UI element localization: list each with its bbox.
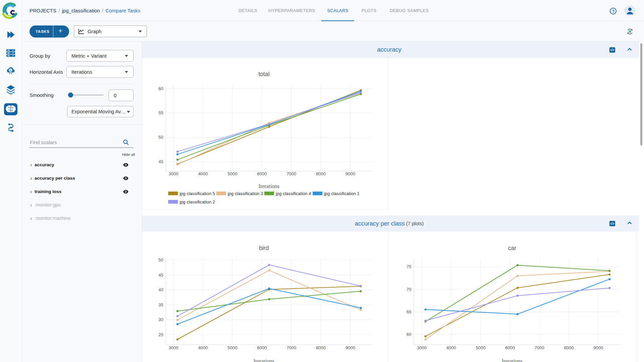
svg-text:7000: 7000: [286, 171, 296, 176]
svg-text:50: 50: [159, 257, 163, 262]
svg-text:car: car: [508, 245, 516, 251]
svg-text:3000: 3000: [417, 345, 427, 350]
svg-text:7000: 7000: [535, 345, 544, 350]
svg-text:5000: 5000: [228, 171, 237, 176]
svg-text:9000: 9000: [593, 345, 603, 350]
svg-text:jpg classification 2: jpg classification 2: [179, 199, 215, 204]
svg-text:65: 65: [407, 309, 411, 314]
svg-text:Iterations: Iterations: [254, 358, 274, 362]
svg-text:Iterations: Iterations: [502, 358, 523, 362]
svg-text:25: 25: [159, 332, 163, 337]
svg-text:8000: 8000: [316, 345, 326, 350]
svg-text:3000: 3000: [169, 171, 178, 176]
svg-text:6000: 6000: [257, 345, 267, 350]
svg-text:4000: 4000: [198, 171, 208, 176]
svg-text:3000: 3000: [169, 345, 178, 350]
svg-text:30: 30: [159, 317, 163, 322]
svg-text:jpg classification 1: jpg classification 1: [324, 191, 359, 196]
svg-text:jpg classification 3: jpg classification 3: [227, 191, 263, 196]
svg-text:jpg classification 5: jpg classification 5: [179, 191, 215, 196]
svg-text:4000: 4000: [198, 345, 208, 350]
svg-text:45: 45: [159, 273, 163, 278]
svg-text:8000: 8000: [564, 345, 574, 350]
svg-text:Iterations: Iterations: [259, 183, 279, 189]
svg-text:55: 55: [159, 110, 163, 115]
svg-text:4000: 4000: [446, 345, 456, 350]
svg-text:60: 60: [407, 332, 411, 337]
svg-text:70: 70: [407, 287, 411, 292]
svg-text:8000: 8000: [316, 171, 326, 176]
svg-text:45: 45: [159, 159, 163, 164]
svg-text:bird: bird: [259, 245, 269, 251]
svg-text:6000: 6000: [257, 171, 267, 176]
svg-text:7000: 7000: [286, 345, 296, 350]
svg-text:50: 50: [159, 135, 163, 140]
svg-text:jpg classification 4: jpg classification 4: [275, 191, 311, 196]
svg-text:60: 60: [159, 86, 163, 91]
svg-text:6000: 6000: [505, 345, 515, 350]
svg-text:5000: 5000: [476, 345, 485, 350]
svg-text:9000: 9000: [345, 171, 355, 176]
svg-text:?: ?: [612, 9, 614, 14]
svg-text:5000: 5000: [228, 345, 237, 350]
svg-text:total: total: [258, 71, 269, 77]
svg-text:75: 75: [407, 264, 411, 269]
svg-text:40: 40: [159, 287, 163, 292]
svg-text:35: 35: [159, 302, 163, 307]
svg-text:9000: 9000: [345, 345, 355, 350]
